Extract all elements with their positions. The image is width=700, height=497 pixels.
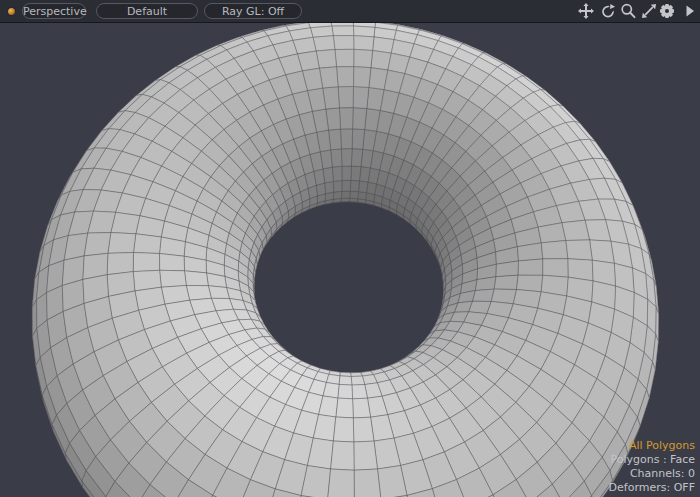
gear-icon[interactable]: [659, 3, 675, 19]
selection-mode-label: All Polygons: [609, 439, 695, 453]
shading-default-button[interactable]: Default: [96, 3, 198, 19]
fit-view-icon[interactable]: [641, 3, 657, 19]
raygl-toggle-button[interactable]: Ray GL: Off: [204, 3, 302, 19]
pan-icon[interactable]: [578, 3, 594, 19]
zoom-icon[interactable]: [620, 3, 636, 19]
modo-3d-viewport-window: Perspective Default Ray GL: Off: [0, 0, 700, 497]
viewport-toolbar: Perspective Default Ray GL: Off: [0, 0, 700, 23]
polygons-mode-label: Polygons : Face: [609, 453, 695, 467]
panel-expand-icon[interactable]: [682, 3, 698, 19]
viewport-info-overlay: All Polygons Polygons : Face Channels: 0…: [609, 439, 695, 495]
deformers-status-label: Deformers: OFF: [609, 481, 695, 495]
rotate-icon[interactable]: [600, 3, 616, 19]
viewport-3d[interactable]: All Polygons Polygons : Face Channels: 0…: [0, 23, 700, 497]
torus-mesh: [0, 23, 700, 497]
channels-count-label: Channels: 0: [609, 467, 695, 481]
status-led-icon[interactable]: [8, 8, 15, 15]
perspective-view-button[interactable]: Perspective: [22, 3, 86, 19]
